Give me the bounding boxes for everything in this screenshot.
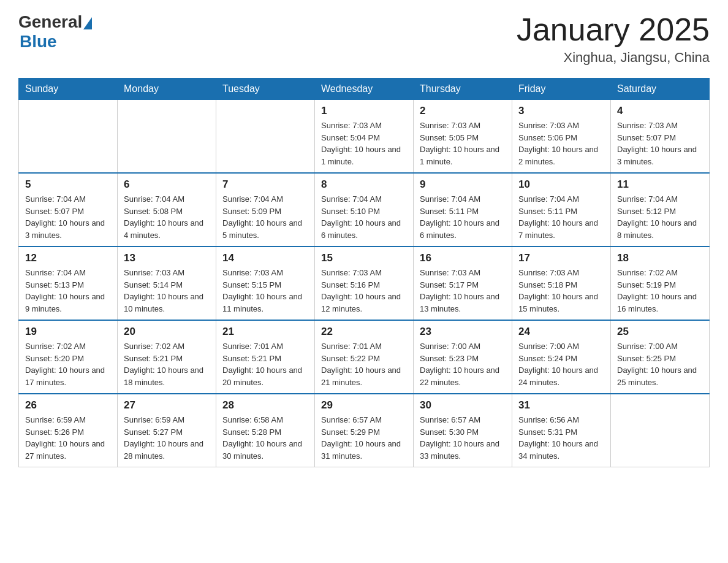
calendar-day-cell: 13Sunrise: 7:03 AMSunset: 5:14 PMDayligh… xyxy=(118,247,216,320)
day-info: Sunrise: 7:04 AMSunset: 5:13 PMDaylight:… xyxy=(25,267,111,315)
day-number: 30 xyxy=(420,399,506,412)
day-number: 17 xyxy=(518,252,604,264)
calendar-week-row: 1Sunrise: 7:03 AMSunset: 5:04 PMDaylight… xyxy=(19,100,710,174)
location-text: Xinghua, Jiangsu, China xyxy=(517,50,710,66)
day-number: 14 xyxy=(222,252,308,264)
day-number: 5 xyxy=(25,178,111,191)
calendar-day-cell: 3Sunrise: 7:03 AMSunset: 5:06 PMDaylight… xyxy=(512,100,611,174)
day-info: Sunrise: 6:58 AMSunset: 5:28 PMDaylight:… xyxy=(222,414,308,462)
weekday-header-thursday: Thursday xyxy=(414,79,512,100)
day-number: 13 xyxy=(124,252,210,264)
day-number: 4 xyxy=(617,105,703,117)
day-info: Sunrise: 6:57 AMSunset: 5:29 PMDaylight:… xyxy=(321,414,407,462)
day-number: 16 xyxy=(420,252,506,264)
calendar-week-row: 12Sunrise: 7:04 AMSunset: 5:13 PMDayligh… xyxy=(19,247,710,320)
calendar-day-cell: 1Sunrise: 7:03 AMSunset: 5:04 PMDaylight… xyxy=(315,100,414,174)
calendar-day-cell: 5Sunrise: 7:04 AMSunset: 5:07 PMDaylight… xyxy=(19,173,118,247)
calendar-day-cell: 29Sunrise: 6:57 AMSunset: 5:29 PMDayligh… xyxy=(315,394,414,467)
calendar-week-row: 26Sunrise: 6:59 AMSunset: 5:26 PMDayligh… xyxy=(19,394,710,467)
day-info: Sunrise: 7:02 AMSunset: 5:19 PMDaylight:… xyxy=(617,267,703,315)
calendar-day-cell: 15Sunrise: 7:03 AMSunset: 5:16 PMDayligh… xyxy=(315,247,414,320)
logo-general-text: General xyxy=(18,12,82,32)
calendar-day-cell: 30Sunrise: 6:57 AMSunset: 5:30 PMDayligh… xyxy=(414,394,512,467)
calendar-day-cell: 4Sunrise: 7:03 AMSunset: 5:07 PMDaylight… xyxy=(611,100,710,174)
day-info: Sunrise: 7:03 AMSunset: 5:05 PMDaylight:… xyxy=(420,120,506,167)
calendar-week-row: 5Sunrise: 7:04 AMSunset: 5:07 PMDaylight… xyxy=(19,173,710,247)
calendar-day-cell: 28Sunrise: 6:58 AMSunset: 5:28 PMDayligh… xyxy=(216,394,315,467)
page-header: General Blue January 2025 Xinghua, Jiang… xyxy=(18,12,710,66)
day-info: Sunrise: 6:59 AMSunset: 5:26 PMDaylight:… xyxy=(25,414,111,462)
calendar-day-cell xyxy=(611,394,710,467)
day-number: 10 xyxy=(518,178,604,191)
day-info: Sunrise: 7:00 AMSunset: 5:24 PMDaylight:… xyxy=(518,340,604,388)
day-number: 8 xyxy=(321,178,407,191)
day-number: 15 xyxy=(321,252,407,264)
day-info: Sunrise: 7:04 AMSunset: 5:09 PMDaylight:… xyxy=(222,193,308,241)
calendar-day-cell: 7Sunrise: 7:04 AMSunset: 5:09 PMDaylight… xyxy=(216,173,315,247)
day-info: Sunrise: 7:02 AMSunset: 5:20 PMDaylight:… xyxy=(25,340,111,388)
weekday-header-tuesday: Tuesday xyxy=(216,79,315,100)
day-info: Sunrise: 7:03 AMSunset: 5:06 PMDaylight:… xyxy=(518,120,604,167)
day-info: Sunrise: 7:00 AMSunset: 5:23 PMDaylight:… xyxy=(420,340,506,388)
calendar-day-cell: 23Sunrise: 7:00 AMSunset: 5:23 PMDayligh… xyxy=(414,320,512,394)
calendar-day-cell xyxy=(216,100,315,174)
calendar-day-cell: 20Sunrise: 7:02 AMSunset: 5:21 PMDayligh… xyxy=(118,320,216,394)
calendar-week-row: 19Sunrise: 7:02 AMSunset: 5:20 PMDayligh… xyxy=(19,320,710,394)
day-info: Sunrise: 7:02 AMSunset: 5:21 PMDaylight:… xyxy=(124,340,210,388)
calendar-day-cell: 31Sunrise: 6:56 AMSunset: 5:31 PMDayligh… xyxy=(512,394,611,467)
calendar-day-cell: 25Sunrise: 7:00 AMSunset: 5:25 PMDayligh… xyxy=(611,320,710,394)
day-number: 27 xyxy=(124,399,210,412)
calendar-day-cell: 18Sunrise: 7:02 AMSunset: 5:19 PMDayligh… xyxy=(611,247,710,320)
day-info: Sunrise: 7:04 AMSunset: 5:12 PMDaylight:… xyxy=(617,193,703,241)
day-number: 22 xyxy=(321,326,407,338)
calendar-day-cell: 19Sunrise: 7:02 AMSunset: 5:20 PMDayligh… xyxy=(19,320,118,394)
day-info: Sunrise: 7:04 AMSunset: 5:10 PMDaylight:… xyxy=(321,193,407,241)
day-info: Sunrise: 7:04 AMSunset: 5:08 PMDaylight:… xyxy=(124,193,210,241)
month-title: January 2025 xyxy=(517,12,710,47)
day-info: Sunrise: 7:03 AMSunset: 5:15 PMDaylight:… xyxy=(222,267,308,315)
calendar-day-cell: 6Sunrise: 7:04 AMSunset: 5:08 PMDaylight… xyxy=(118,173,216,247)
day-number: 12 xyxy=(25,252,111,264)
calendar-day-cell: 24Sunrise: 7:00 AMSunset: 5:24 PMDayligh… xyxy=(512,320,611,394)
day-number: 6 xyxy=(124,178,210,191)
day-number: 20 xyxy=(124,326,210,338)
day-number: 23 xyxy=(420,326,506,338)
day-info: Sunrise: 7:03 AMSunset: 5:07 PMDaylight:… xyxy=(617,120,703,167)
day-info: Sunrise: 6:59 AMSunset: 5:27 PMDaylight:… xyxy=(124,414,210,462)
calendar-day-cell: 10Sunrise: 7:04 AMSunset: 5:11 PMDayligh… xyxy=(512,173,611,247)
day-number: 28 xyxy=(222,399,308,412)
calendar-day-cell: 22Sunrise: 7:01 AMSunset: 5:22 PMDayligh… xyxy=(315,320,414,394)
day-number: 26 xyxy=(25,399,111,412)
day-number: 31 xyxy=(518,399,604,412)
day-info: Sunrise: 6:56 AMSunset: 5:31 PMDaylight:… xyxy=(518,414,604,462)
day-info: Sunrise: 7:03 AMSunset: 5:16 PMDaylight:… xyxy=(321,267,407,315)
calendar-day-cell: 17Sunrise: 7:03 AMSunset: 5:18 PMDayligh… xyxy=(512,247,611,320)
day-info: Sunrise: 7:04 AMSunset: 5:07 PMDaylight:… xyxy=(25,193,111,241)
day-number: 9 xyxy=(420,178,506,191)
title-block: January 2025 Xinghua, Jiangsu, China xyxy=(517,12,710,66)
calendar-day-cell: 8Sunrise: 7:04 AMSunset: 5:10 PMDaylight… xyxy=(315,173,414,247)
calendar-table: SundayMondayTuesdayWednesdayThursdayFrid… xyxy=(18,78,710,467)
day-info: Sunrise: 7:01 AMSunset: 5:21 PMDaylight:… xyxy=(222,340,308,388)
weekday-header-row: SundayMondayTuesdayWednesdayThursdayFrid… xyxy=(19,79,710,100)
day-number: 3 xyxy=(518,105,604,117)
day-number: 7 xyxy=(222,178,308,191)
calendar-day-cell xyxy=(118,100,216,174)
weekday-header-friday: Friday xyxy=(512,79,611,100)
day-number: 29 xyxy=(321,399,407,412)
calendar-day-cell: 14Sunrise: 7:03 AMSunset: 5:15 PMDayligh… xyxy=(216,247,315,320)
logo-triangle-icon xyxy=(83,17,92,29)
day-info: Sunrise: 7:03 AMSunset: 5:14 PMDaylight:… xyxy=(124,267,210,315)
day-number: 1 xyxy=(321,105,407,117)
day-number: 21 xyxy=(222,326,308,338)
day-info: Sunrise: 7:04 AMSunset: 5:11 PMDaylight:… xyxy=(420,193,506,241)
calendar-day-cell: 9Sunrise: 7:04 AMSunset: 5:11 PMDaylight… xyxy=(414,173,512,247)
weekday-header-sunday: Sunday xyxy=(19,79,118,100)
day-number: 25 xyxy=(617,326,703,338)
logo: General Blue xyxy=(18,12,92,52)
weekday-header-saturday: Saturday xyxy=(611,79,710,100)
day-info: Sunrise: 6:57 AMSunset: 5:30 PMDaylight:… xyxy=(420,414,506,462)
calendar-day-cell: 21Sunrise: 7:01 AMSunset: 5:21 PMDayligh… xyxy=(216,320,315,394)
day-info: Sunrise: 7:03 AMSunset: 5:17 PMDaylight:… xyxy=(420,267,506,315)
day-number: 2 xyxy=(420,105,506,117)
